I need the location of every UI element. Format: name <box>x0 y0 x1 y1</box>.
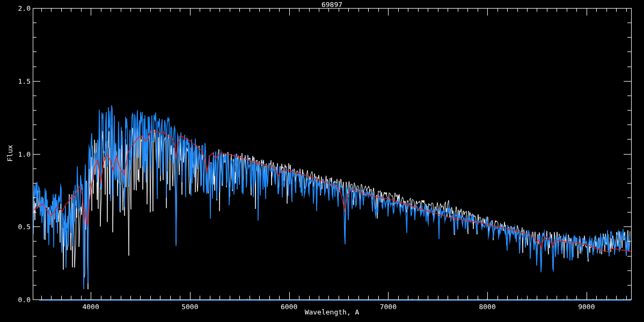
x-tick-label: 7000 <box>372 303 404 310</box>
x-tick-label: 5000 <box>174 303 206 310</box>
y-tick-label: 2.0 <box>0 5 31 12</box>
x-tick-label: 9000 <box>570 303 603 310</box>
x-tick-label: 4000 <box>75 303 107 310</box>
y-tick-label: 0.0 <box>0 296 31 303</box>
x-tick-label: 8000 <box>471 303 503 310</box>
y-tick-label: 0.5 <box>0 223 31 230</box>
y-tick-label: 1.0 <box>0 151 31 158</box>
plot-title: 69897 <box>33 1 631 8</box>
spectrum-plot-window: 69897 Wavelength, A Flux 400050006000700… <box>0 0 644 322</box>
y-tick-label: 1.5 <box>0 78 31 85</box>
x-axis-label: Wavelength, A <box>33 309 631 316</box>
x-tick-label: 6000 <box>273 303 305 310</box>
spectrum-plot-canvas <box>0 0 644 322</box>
